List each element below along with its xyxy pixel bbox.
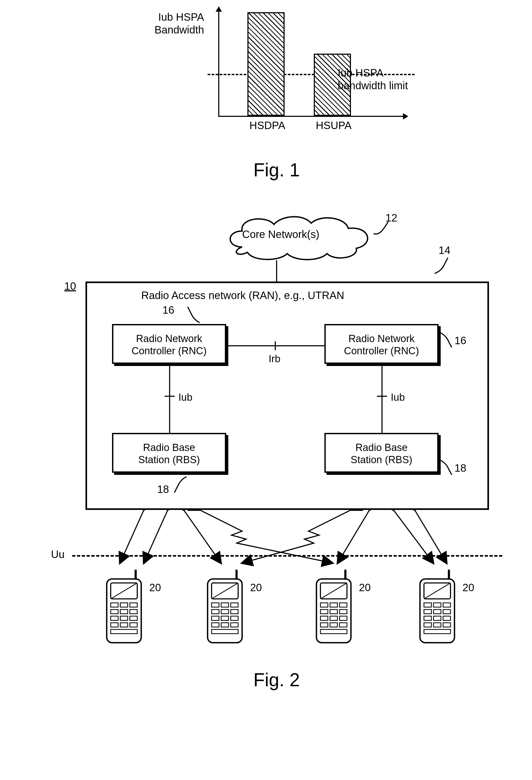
ref-10: 10: [64, 280, 76, 292]
svg-rect-17: [120, 616, 128, 620]
svg-rect-73: [424, 629, 450, 634]
phone-icon-2: [202, 568, 248, 645]
svg-rect-21: [130, 623, 137, 627]
svg-rect-33: [212, 616, 219, 620]
svg-rect-55: [339, 623, 347, 627]
svg-rect-22: [111, 629, 137, 634]
bar-hsdpa: [248, 12, 284, 116]
ref-20-3: 20: [359, 582, 371, 594]
figure-1: Iub HSPA Bandwidth HSDPA HSUPA Iub HSPAb…: [130, 11, 423, 143]
svg-rect-72: [443, 623, 450, 627]
svg-rect-44: [320, 603, 328, 607]
svg-rect-20: [120, 623, 128, 627]
fig1-caption: Fig. 1: [11, 159, 532, 181]
rnc-box-2: Radio NetworkController (RNC): [324, 324, 438, 364]
svg-rect-61: [424, 603, 431, 607]
ref-16a: 16: [162, 304, 174, 316]
label-iub-2: Iub: [391, 392, 405, 403]
tick-irb: [275, 341, 276, 350]
figure-2: Core Network(s) 12 Radio Access network …: [51, 212, 502, 664]
ran-title: Radio Access network (RAN), e.g., UTRAN: [141, 289, 344, 301]
svg-rect-47: [320, 610, 328, 614]
rbs-box-2: Radio BaseStation (RBS): [324, 433, 438, 473]
svg-rect-50: [320, 616, 328, 620]
callout-16a: [184, 307, 205, 325]
rnc-box-1: Radio NetworkController (RNC): [112, 324, 226, 364]
svg-rect-12: [130, 603, 137, 607]
svg-rect-53: [320, 623, 328, 627]
radio-arrows: [51, 510, 502, 568]
svg-rect-19: [111, 623, 118, 627]
x-axis: [218, 116, 404, 117]
cloud-label: Core Network(s): [242, 229, 319, 240]
connector-iub-1: [169, 365, 170, 433]
svg-rect-63: [443, 603, 450, 607]
svg-rect-39: [212, 629, 238, 634]
y-axis: [218, 11, 219, 117]
ref-20-4: 20: [463, 582, 474, 594]
tick-iub-2: [377, 396, 387, 397]
rbs-box-1: Radio BaseStation (RBS): [112, 433, 226, 473]
phone-icon-1: [101, 568, 147, 645]
svg-rect-38: [231, 623, 238, 627]
y-axis-label: Iub HSPA Bandwidth: [155, 11, 204, 36]
fig2-caption: Fig. 2: [11, 669, 532, 690]
connector-cloud-ran: [276, 260, 277, 282]
svg-rect-14: [120, 610, 128, 614]
svg-rect-9: [135, 570, 137, 580]
svg-rect-34: [221, 616, 228, 620]
limit-label: Iub HSPAbandwidth limit: [338, 66, 408, 92]
svg-rect-49: [339, 610, 347, 614]
ref-20-1: 20: [149, 582, 161, 594]
svg-rect-69: [443, 616, 450, 620]
uu-label: Uu: [51, 548, 64, 560]
svg-rect-28: [221, 603, 228, 607]
y-axis-label-line2: Bandwidth: [155, 24, 204, 36]
xtick-hsupa: HSUPA: [307, 119, 360, 132]
phone-icon-4: [415, 568, 460, 645]
svg-rect-66: [443, 610, 450, 614]
svg-rect-46: [339, 603, 347, 607]
svg-rect-64: [424, 610, 431, 614]
svg-rect-67: [424, 616, 431, 620]
svg-rect-15: [130, 610, 137, 614]
svg-rect-30: [212, 610, 219, 614]
svg-rect-68: [433, 616, 441, 620]
svg-rect-56: [320, 629, 347, 634]
svg-rect-43: [344, 570, 347, 580]
svg-rect-16: [111, 616, 118, 620]
xtick-hsdpa: HSDPA: [241, 119, 294, 132]
svg-rect-48: [330, 610, 337, 614]
svg-rect-65: [433, 610, 441, 614]
bar-chart: HSDPA HSUPA: [218, 11, 404, 117]
ref-18b: 18: [455, 462, 467, 474]
svg-rect-54: [330, 623, 337, 627]
ran-box: [86, 282, 489, 510]
svg-rect-27: [212, 603, 219, 607]
label-iub-1: Iub: [178, 392, 193, 403]
ref-14: 14: [438, 244, 450, 256]
svg-rect-32: [231, 610, 238, 614]
svg-rect-13: [111, 610, 118, 614]
svg-rect-11: [120, 603, 128, 607]
ref-12: 12: [385, 212, 397, 224]
uu-line: [72, 555, 502, 557]
ref-16b: 16: [455, 335, 467, 347]
callout-18a: [170, 475, 192, 494]
svg-rect-37: [221, 623, 228, 627]
svg-rect-70: [424, 623, 431, 627]
svg-rect-36: [212, 623, 219, 627]
svg-rect-60: [448, 570, 450, 580]
label-irb: Irb: [269, 353, 280, 364]
phone-icon-3: [311, 568, 356, 645]
svg-rect-35: [231, 616, 238, 620]
svg-rect-26: [235, 570, 237, 580]
svg-rect-51: [330, 616, 337, 620]
svg-rect-31: [221, 610, 228, 614]
ref-18a: 18: [157, 483, 169, 495]
svg-rect-71: [433, 623, 441, 627]
svg-rect-18: [130, 616, 137, 620]
svg-rect-45: [330, 603, 337, 607]
svg-rect-52: [339, 616, 347, 620]
svg-rect-62: [433, 603, 441, 607]
